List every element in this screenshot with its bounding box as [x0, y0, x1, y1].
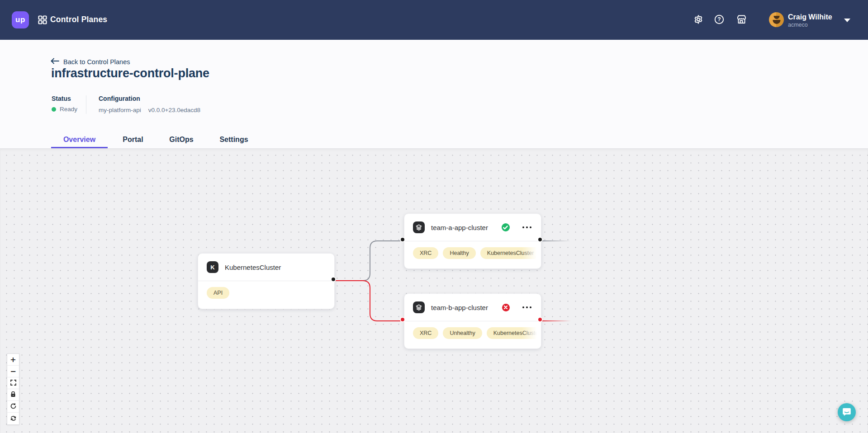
refresh-button[interactable]: [7, 413, 19, 424]
user-menu[interactable]: Craig Wilhite acmeco: [766, 10, 857, 30]
node-team-a-app-cluster[interactable]: team-a-app-cluster XRC Healthy Kubernete…: [404, 213, 541, 269]
badge-unhealthy: Unhealthy: [443, 327, 482, 339]
edge-source-to-team-a: [335, 241, 404, 281]
healthy-check-icon: [502, 223, 510, 231]
rotate-icon: [10, 402, 16, 411]
back-link-label: Back to Control Planes: [63, 58, 130, 66]
minus-icon: −: [10, 367, 16, 376]
handle-source-right[interactable]: [332, 278, 335, 281]
lock-button[interactable]: [7, 389, 19, 401]
status-label: Status: [52, 95, 71, 102]
lock-icon: [10, 391, 16, 399]
badge-healthy: Healthy: [443, 247, 475, 259]
badge-kind: KubernetesCluster: [487, 327, 541, 339]
configuration-version: v0.0.0+23.0edacd8: [148, 107, 200, 113]
page-title: infrastructure-control-plane: [51, 66, 209, 80]
zoom-in-button[interactable]: +: [7, 354, 19, 366]
upbound-logo[interactable]: up: [12, 11, 29, 28]
unhealthy-x-icon: [502, 304, 510, 311]
edge-source-to-team-b: [335, 281, 404, 321]
app-title: Control Planes: [50, 15, 107, 24]
node-menu-button[interactable]: [522, 225, 533, 231]
meta-divider: [86, 95, 86, 114]
plus-icon: +: [10, 355, 16, 364]
tab-settings[interactable]: Settings: [207, 131, 261, 148]
fit-view-button[interactable]: [7, 377, 19, 389]
user-name: Craig Wilhite: [788, 13, 832, 21]
fit-view-icon: [10, 379, 16, 387]
handle-team-a-right[interactable]: [538, 238, 542, 241]
graph-edges: [0, 149, 868, 433]
sync-icon: [10, 414, 16, 423]
layers-icon: [413, 301, 425, 313]
status-value: Ready: [60, 106, 77, 113]
badge-xrc: XRC: [413, 327, 438, 339]
chat-icon: [842, 407, 851, 418]
help-button[interactable]: ?: [713, 14, 725, 26]
help-icon: ?: [714, 19, 725, 26]
node-team-b-app-cluster[interactable]: team-b-app-cluster XRC Unhealthy Kuberne…: [404, 293, 541, 349]
reset-view-button[interactable]: [7, 401, 19, 413]
handle-team-b-right[interactable]: [538, 318, 542, 321]
gear-icon: [693, 19, 704, 26]
tab-overview[interactable]: Overview: [51, 131, 108, 148]
avatar: [769, 12, 784, 27]
badge-kind: KubernetesCluster: [480, 247, 541, 259]
layers-icon: [413, 221, 425, 233]
settings-gear-button[interactable]: [693, 14, 704, 26]
tab-gitops[interactable]: GitOps: [157, 131, 205, 148]
marketplace-button[interactable]: [735, 14, 747, 26]
node-kubernetescluster[interactable]: K KubernetesCluster API: [198, 253, 335, 309]
grid-icon: [38, 15, 47, 26]
configuration-name: my-platform-api: [99, 107, 141, 113]
configuration-label: Configuration: [99, 95, 140, 102]
chat-launcher-button[interactable]: [838, 403, 856, 421]
status-value-row: Ready: [52, 106, 77, 113]
back-arrow-icon: [51, 58, 59, 66]
top-navbar: up Control Planes ?: [0, 0, 868, 40]
user-org: acmeco: [788, 22, 808, 28]
back-link[interactable]: Back to Control Planes: [51, 58, 130, 66]
kubernetes-icon: K: [207, 261, 218, 273]
node-menu-button[interactable]: [522, 305, 533, 311]
svg-text:?: ?: [717, 16, 721, 23]
node-title: KubernetesCluster: [225, 264, 281, 271]
handle-team-b-left[interactable]: [401, 318, 404, 321]
chevron-down-icon: [844, 19, 850, 22]
badge-api: API: [207, 287, 229, 299]
status-dot-icon: [52, 107, 56, 112]
node-title: team-b-app-cluster: [431, 304, 488, 311]
node-title: team-a-app-cluster: [431, 224, 488, 231]
zoom-out-button[interactable]: −: [7, 366, 19, 377]
logo-text: up: [15, 15, 25, 24]
handle-team-a-left[interactable]: [401, 238, 404, 241]
badge-xrc: XRC: [413, 247, 438, 259]
tab-portal[interactable]: Portal: [110, 131, 156, 148]
graph-canvas[interactable]: K KubernetesCluster API team-a-app-clust…: [0, 148, 868, 433]
canvas-controls: + −: [7, 353, 19, 425]
marketplace-icon: [736, 19, 747, 26]
configuration-value-row: my-platform-api v0.0.0+23.0edacd8: [99, 107, 200, 113]
